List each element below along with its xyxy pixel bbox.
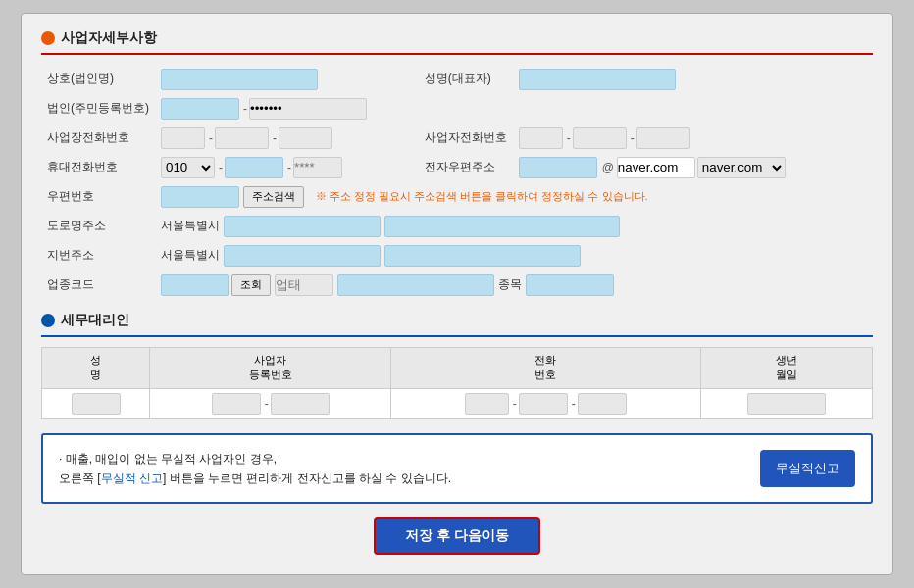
mobile-mid[interactable]: [225, 157, 283, 178]
lookup-button[interactable]: 조회: [231, 274, 271, 296]
addr-search-button[interactable]: 주소검색: [243, 186, 304, 208]
postal-label: 우편번호: [41, 182, 155, 212]
mobile-last[interactable]: [293, 157, 342, 178]
dash5: -: [631, 131, 635, 145]
corp-reg-input1[interactable]: [161, 98, 239, 120]
dash9: -: [513, 397, 517, 411]
email-domain-select[interactable]: naver.com gmail.com daum.net 직접입력: [697, 157, 786, 178]
biz-main-input[interactable]: [337, 274, 494, 296]
company-name-input[interactable]: [161, 69, 318, 90]
postal-input[interactable]: [161, 186, 239, 208]
at-sign: @: [602, 161, 614, 174]
agent-reg-input1[interactable]: [212, 393, 261, 415]
email-label: 전자우편주소: [405, 153, 513, 182]
biz-phone-last[interactable]: [279, 127, 332, 149]
table-row: 상호(법인명) 성명(대표자): [41, 65, 873, 94]
biz-type-input[interactable]: [275, 274, 333, 296]
table-row: 업종코드 조회 종목: [41, 270, 873, 300]
agent-th-reg: 사업자등록번호: [150, 347, 391, 388]
biz-item-input[interactable]: [526, 274, 614, 296]
main-modal: 사업자세부사항 상호(법인명) 성명(대표자) 법인(주민등록번호) -: [21, 13, 893, 576]
notice-line1: · 매출, 매입이 없는 무실적 사업자인 경우,: [59, 449, 451, 468]
jibun-prefix: 서울특별시: [161, 247, 220, 264]
table-row: 도로명주소 서울특별시: [41, 212, 873, 241]
agent-phone-area[interactable]: [465, 393, 509, 415]
road-addr-label: 도로명주소: [41, 212, 155, 241]
mobile-prefix-select[interactable]: 010 011 016 017: [161, 157, 215, 178]
agent-phone-mid[interactable]: [519, 393, 568, 415]
section1-table: 상호(법인명) 성명(대표자) 법인(주민등록번호) - 사업장전화번호: [41, 65, 873, 300]
agent-birth-input[interactable]: [747, 393, 826, 415]
corp-reg-label: 법인(주민등록번호): [41, 94, 155, 123]
rep-name-input[interactable]: [519, 69, 676, 90]
addr-note: ※ 주소 정정 필요시 주소검색 버튼을 클릭하여 정정하실 수 있습니다.: [316, 189, 648, 204]
email-domain-input[interactable]: [617, 157, 695, 178]
section1-header: 사업자세부사항: [41, 29, 873, 55]
jibun-addr-input1[interactable]: [224, 245, 381, 267]
dash1: -: [243, 102, 247, 116]
road-addr-cell: 서울특별시: [155, 212, 873, 241]
agent-name-cell: [42, 388, 150, 418]
agent-th-birth: 생년월일: [700, 347, 872, 388]
agent-header-row: 성명 사업자등록번호 전화번호 생년월일: [42, 347, 873, 388]
table-row: 지번주소 서울특별시: [41, 241, 873, 270]
table-row: 휴대전화번호 010 011 016 017 - - 전자우편주소: [41, 153, 873, 182]
table-row: 우편번호 주소검색 ※ 주소 정정 필요시 주소검색 버튼을 클릭하여 정정하실…: [41, 182, 873, 212]
biz-phone-cell: - -: [155, 123, 405, 153]
dash3: -: [273, 131, 277, 145]
table-row: 법인(주민등록번호) -: [41, 94, 873, 123]
musilja-report-button[interactable]: 무실적신고: [760, 450, 855, 487]
agent-birth-cell: [700, 388, 872, 418]
notice-text: · 매출, 매입이 없는 무실적 사업자인 경우, 오른쪽 [무실적 신고] 버…: [59, 449, 451, 489]
jibun-addr-input2[interactable]: [384, 245, 581, 267]
table-row: 사업장전화번호 - - 사업자전화번호 - -: [41, 123, 873, 153]
section1-bullet: [41, 31, 55, 45]
email-cell: @ naver.com gmail.com daum.net 직접입력: [513, 153, 873, 182]
agent-phone-cell: - -: [390, 388, 700, 418]
rep-name-label: 성명(대표자): [405, 65, 513, 94]
dash4: -: [567, 131, 571, 145]
agent-phone-last[interactable]: [578, 393, 627, 415]
biz-fax-mid[interactable]: [573, 127, 627, 149]
biz-fax-area[interactable]: [519, 127, 563, 149]
biz-code-cell: 조회 종목: [155, 270, 873, 300]
road-prefix: 서울특별시: [161, 218, 220, 234]
mobile-label: 휴대전화번호: [41, 153, 155, 182]
agent-reg-cell: -: [150, 388, 391, 418]
road-addr-input2[interactable]: [384, 216, 620, 237]
biz-phone-label: 사업장전화번호: [41, 123, 155, 153]
addr-note-text: ※ 주소 정정 필요시 주소검색 버튼을 클릭하여 정정하실 수 있습니다.: [316, 190, 648, 202]
rep-name-cell: [513, 65, 873, 94]
corp-reg-cell: -: [155, 94, 873, 123]
agent-name-input[interactable]: [72, 393, 121, 415]
dash2: -: [209, 131, 213, 145]
biz-fax-cell: - -: [513, 123, 873, 153]
email-local[interactable]: [519, 157, 597, 178]
dash10: -: [572, 397, 576, 411]
notice-box: · 매출, 매입이 없는 무실적 사업자인 경우, 오른쪽 [무실적 신고] 버…: [41, 433, 873, 505]
item-label: 종목: [498, 276, 522, 293]
mobile-cell: 010 011 016 017 - -: [155, 153, 405, 182]
road-addr-input1[interactable]: [224, 216, 381, 237]
agent-th-phone: 전화번호: [390, 347, 700, 388]
biz-phone-mid[interactable]: [215, 127, 269, 149]
section2-bullet: [41, 314, 55, 327]
biz-phone-area[interactable]: [161, 127, 205, 149]
jibun-addr-cell: 서울특별시: [155, 241, 873, 270]
agent-reg-input2[interactable]: [271, 393, 330, 415]
footer-bar: 저장 후 다음이동: [41, 517, 873, 555]
company-name-label: 상호(법인명): [41, 65, 155, 94]
biz-code-input[interactable]: [161, 274, 229, 296]
notice-highlight: 무실적 신고: [101, 471, 163, 485]
postal-cell: 주소검색 ※ 주소 정정 필요시 주소검색 버튼을 클릭하여 정정하실 수 있습…: [155, 182, 873, 212]
biz-fax-last[interactable]: [636, 127, 690, 149]
dash8: -: [265, 397, 269, 411]
dash7: -: [287, 161, 291, 174]
jibun-addr-label: 지번주소: [41, 241, 155, 270]
save-next-button[interactable]: 저장 후 다음이동: [374, 517, 540, 555]
biz-fax-label: 사업자전화번호: [405, 123, 513, 153]
corp-reg-input2[interactable]: [249, 98, 367, 120]
dash6: -: [219, 161, 223, 174]
agent-table: 성명 사업자등록번호 전화번호 생년월일 -: [41, 347, 873, 419]
company-name-cell: [155, 65, 405, 94]
